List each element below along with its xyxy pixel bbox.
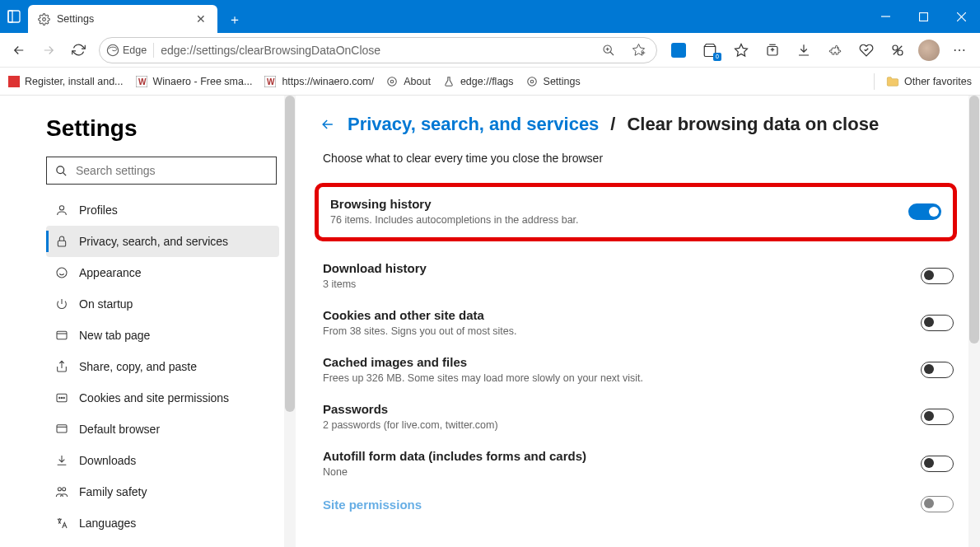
main-scrollbar[interactable] (968, 96, 980, 547)
breadcrumb-current: Clear browsing data on close (627, 114, 879, 135)
option-subtitle: 3 items (323, 278, 921, 290)
sidebar-item-cookies[interactable]: Cookies and site permissions (46, 382, 279, 414)
bookmark-item[interactable]: Settings (525, 75, 581, 88)
family-icon (54, 484, 69, 499)
collections-button[interactable] (758, 36, 787, 64)
bookmark-item[interactable]: Whttps://winaero.com/ (264, 75, 374, 88)
svg-point-30 (527, 77, 536, 86)
address-bar[interactable]: Edge edge://settings/clearBrowsingDataOn… (99, 37, 657, 63)
new-tab-button[interactable]: ＋ (222, 7, 247, 32)
menu-button[interactable]: ⋯ (945, 36, 975, 64)
maximize-button[interactable] (904, 0, 942, 33)
search-settings-input[interactable] (46, 157, 277, 185)
bookmark-item[interactable]: edge://flags (442, 75, 514, 88)
option-subtitle: 2 passwords (for live.com, twitter.com) (323, 419, 921, 431)
toggle-download-history[interactable] (921, 268, 954, 284)
forward-button[interactable] (35, 36, 63, 64)
site-identity[interactable]: Edge (106, 44, 147, 57)
sidebar-item-newtab[interactable]: New tab page (46, 320, 279, 351)
shopping-icon[interactable]: 0 (695, 36, 725, 64)
svg-point-21 (898, 50, 903, 55)
profile-avatar[interactable] (914, 36, 944, 64)
sidebar-item-appearance[interactable]: Appearance (46, 257, 279, 288)
sidebar-item-languages[interactable]: Languages (46, 507, 279, 539)
sidebar-item-printers[interactable]: Printers (46, 539, 279, 547)
sidebar-item-privacy[interactable]: Privacy, search, and services (46, 226, 279, 257)
svg-point-41 (63, 397, 64, 398)
svg-line-9 (610, 52, 614, 55)
sidebar: Settings Profiles Privacy, search, and s… (0, 96, 296, 547)
zoom-icon[interactable] (597, 39, 620, 62)
option-title: Autofill form data (includes forms and c… (323, 449, 921, 463)
svg-point-39 (59, 397, 60, 398)
bookmark-item[interactable]: Register, install and... (8, 76, 124, 87)
titlebar: Settings ✕ ＋ (0, 0, 980, 33)
search-field[interactable] (76, 164, 268, 177)
bookmark-item[interactable]: About (385, 75, 431, 88)
sidebar-item-family[interactable]: Family safety (46, 476, 279, 507)
toggle-passwords[interactable] (921, 409, 954, 425)
sidebar-item-label: Profiles (79, 203, 118, 217)
option-title: Browsing history (330, 197, 908, 211)
bookmark-label: Settings (544, 76, 581, 87)
svg-rect-1 (8, 11, 12, 22)
sidebar-item-share[interactable]: Share, copy, and paste (46, 351, 279, 382)
close-window-button[interactable] (942, 0, 980, 33)
svg-point-28 (388, 77, 397, 86)
zoom-indicator[interactable] (664, 36, 693, 64)
option-subtitle: From 38 sites. Signs you out of most sit… (323, 325, 921, 337)
sidebar-item-label: Languages (79, 517, 136, 530)
toggle-browsing-history[interactable] (908, 203, 941, 220)
option-row: Passwords2 passwords (for live.com, twit… (320, 394, 970, 441)
toggle-site-permissions[interactable] (921, 496, 954, 512)
sidebar-scrollbar[interactable] (284, 96, 296, 547)
svg-point-35 (57, 268, 67, 278)
sidebar-item-default[interactable]: Default browser (46, 414, 279, 445)
svg-point-40 (61, 397, 62, 398)
toggle-cookies[interactable] (921, 315, 954, 331)
back-button[interactable] (5, 36, 33, 64)
svg-point-20 (893, 45, 898, 50)
minimize-button[interactable] (866, 0, 904, 33)
favorites-button[interactable] (726, 36, 756, 64)
toggle-cache[interactable] (921, 362, 954, 378)
other-favorites[interactable]: Other favorites (886, 75, 972, 88)
refresh-button[interactable] (64, 36, 92, 64)
svg-rect-36 (57, 331, 67, 339)
browser-icon (54, 422, 69, 437)
page-title: Settings (46, 115, 279, 142)
favorite-icon[interactable] (627, 39, 650, 62)
sidebar-item-profiles[interactable]: Profiles (46, 194, 279, 226)
breadcrumb-link[interactable]: Privacy, search, and services (348, 114, 599, 135)
appearance-icon (54, 265, 69, 280)
option-subtitle: None (323, 466, 921, 478)
toggle-autofill[interactable] (921, 456, 954, 472)
search-icon (55, 165, 68, 177)
performance-button[interactable] (852, 36, 881, 64)
svg-rect-38 (57, 394, 67, 401)
extensions-button[interactable] (820, 36, 850, 64)
bookmark-item[interactable]: WWinaero - Free sma... (135, 75, 253, 88)
breadcrumb-back-button[interactable] (320, 116, 336, 133)
web-capture-button[interactable] (883, 36, 912, 64)
option-title: Cookies and other site data (323, 308, 921, 322)
toolbar: Edge edge://settings/clearBrowsingDataOn… (0, 33, 980, 68)
share-icon (54, 359, 69, 374)
browser-tab[interactable]: Settings ✕ (28, 5, 217, 33)
folder-icon (886, 75, 899, 88)
bookmark-icon: W (135, 75, 148, 88)
breadcrumb: Privacy, search, and services / Clear br… (320, 114, 970, 135)
svg-point-44 (58, 488, 61, 491)
page-subtitle: Choose what to clear every time you clos… (323, 152, 970, 165)
lock-icon (54, 234, 69, 249)
downloads-button[interactable] (789, 36, 819, 64)
sidebar-item-startup[interactable]: On startup (46, 288, 279, 320)
main-panel: Privacy, search, and services / Clear br… (296, 96, 980, 547)
sidebar-item-downloads[interactable]: Downloads (46, 445, 279, 476)
tab-close-button[interactable]: ✕ (193, 11, 209, 27)
bookmark-label: About (404, 76, 431, 87)
bookmark-icon (8, 76, 20, 87)
app-icon (0, 0, 28, 33)
option-row: Cookies and other site dataFrom 38 sites… (320, 300, 970, 347)
profile-icon (54, 203, 69, 217)
